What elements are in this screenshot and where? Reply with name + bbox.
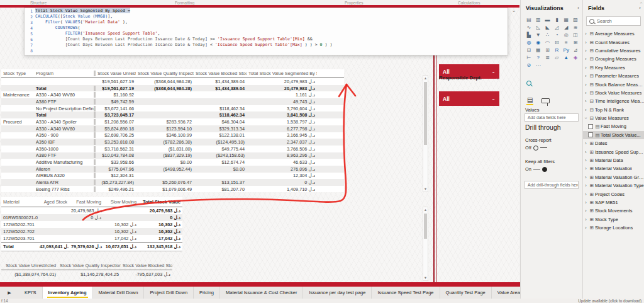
- visual-more-options-icon[interactable]: ⋯: [534, 62, 543, 69]
- table-row[interactable]: ($1,389,074,764.01)$1,146,278,404.25-795…: [1, 270, 172, 278]
- table-row[interactable]: Total$3,723,045.17$118,462.343,841,508 د…: [1, 111, 344, 118]
- expand-chevron-icon[interactable]: ›: [583, 150, 589, 154]
- collapse-pane-icon[interactable]: ›: [577, 5, 579, 11]
- lower-scrollbar[interactable]: ▲▼: [423, 207, 428, 281]
- table-row[interactable]: Aileron$775,047.96($498,952.44)$0.00276,…: [1, 166, 344, 173]
- page-tab-issuance-per-day-test-page[interactable]: Issuance per day test page: [303, 287, 372, 299]
- table-header-row[interactable]: Stock TypeProgramStock Value Unrestricte…: [1, 69, 344, 78]
- formula-line[interactable]: 5 FILTER('Issuance Speed Support Table',: [25, 31, 508, 37]
- visual-pie-chart-icon[interactable]: ◔: [552, 31, 561, 38]
- drill-through-field-well[interactable]: Add drill-through fields here: [525, 181, 579, 189]
- table-row[interactable]: A350 - 900$2,698,706.25$346,100.99$122,1…: [1, 132, 344, 139]
- collapse-ribbon-icon[interactable]: ›: [638, 2, 643, 3]
- visual-card-icon[interactable]: ⊡: [552, 39, 561, 46]
- field-item-grouping-measures[interactable]: ›⊟Grouping Measures: [583, 55, 644, 63]
- dax-formula-editor[interactable]: 1Total Stock Value Segmented By Speed =2…: [24, 8, 508, 55]
- field-item-project-codes[interactable]: ›⊞Project Codes: [583, 190, 644, 198]
- expand-chevron-icon[interactable]: ›: [583, 158, 589, 163]
- visual-map-icon[interactable]: ◍: [525, 39, 533, 46]
- update-available-link[interactable]: Update available (click to download): [578, 299, 641, 303]
- visual-matrix-icon[interactable]: ⊞: [543, 47, 552, 54]
- expand-chevron-icon[interactable]: ›: [583, 209, 589, 213]
- page-tab-quantity-test-page[interactable]: Quantity Test Page: [440, 287, 492, 299]
- formula-line[interactable]: 3 Filter( VALUES('Material Data' ),: [25, 20, 508, 25]
- field-item-parameter-measures[interactable]: ›⊟Parameter Measures: [583, 72, 644, 80]
- formula-line[interactable]: 4 COUNTROWS(: [25, 25, 508, 31]
- expand-chevron-icon[interactable]: ›: [583, 49, 589, 53]
- expand-chevron-icon[interactable]: ›: [583, 217, 589, 222]
- field-item-stock-type[interactable]: ›⊞Stock Type: [583, 215, 644, 224]
- expand-chevron-icon[interactable]: ›: [583, 192, 589, 197]
- table-row[interactable]: 172W5203-70117,042 د.ل17,042 د.ل: [1, 235, 182, 242]
- formula-line[interactable]: 6 [Count Days Between Last Production Is…: [25, 37, 508, 42]
- visual-stacked-bar-chart-icon[interactable]: ▤: [525, 16, 533, 23]
- fields-tab-icon[interactable]: ▤: [527, 96, 533, 103]
- visual-decomposition-tree-icon[interactable]: ⊢: [525, 54, 533, 61]
- cross-report-toggle[interactable]: Off: [525, 145, 547, 151]
- visual-arcgis-map-icon[interactable]: ▲: [562, 54, 570, 61]
- expand-chevron-icon[interactable]: ›: [583, 226, 589, 230]
- expand-chevron-icon[interactable]: ›: [583, 31, 589, 36]
- visual-q-and-a-icon[interactable]: ?: [534, 54, 543, 61]
- field-item-material-data[interactable]: ›⊞Material Data: [583, 156, 644, 164]
- table-header-row[interactable]: MaterialAged StockFast MovingSlow Moving…: [1, 197, 182, 207]
- expand-chevron-icon[interactable]: ›: [583, 141, 589, 146]
- visual-waterfall-chart-icon[interactable]: ▙: [525, 31, 533, 38]
- responsible-dept-slicer-header[interactable]: Responsible Dept.⌄: [439, 73, 499, 83]
- visual-stacked-column-chart-icon[interactable]: ▥: [534, 16, 543, 23]
- visual-metrics-icon[interactable]: ◈: [571, 54, 580, 61]
- page-tab-material-drill-down[interactable]: Material Drill Down: [93, 287, 145, 299]
- formula-line[interactable]: 8: [25, 48, 508, 54]
- table-row[interactable]: Total$19,561,627.19($368,644,984.28)$1,4…: [1, 85, 344, 92]
- field-checkbox[interactable]: [588, 132, 593, 137]
- visual-smart-narrative-icon[interactable]: ≣: [543, 54, 552, 61]
- expand-chevron-icon[interactable]: ›: [583, 200, 589, 205]
- table-row[interactable]: Alenia ATR($5,273,227.84)$5,260,076.47$1…: [1, 179, 344, 186]
- visual-kpi-icon[interactable]: ⊞: [571, 39, 580, 46]
- visual-100-stacked-bar-chart-icon[interactable]: ▦: [562, 16, 570, 23]
- field-item-storage-locations[interactable]: ›⊞Storage Locations: [583, 224, 644, 232]
- visual-line-chart-icon[interactable]: ∿: [525, 24, 533, 31]
- formula-bar-collapse-icon[interactable]: ⌄: [509, 7, 518, 14]
- table-row[interactable]: $19,561,627.19($368,644,984.28)$1,434,38…: [1, 78, 344, 85]
- table-row[interactable]: A350-1000$3,718,562.31($1,831.80)$49,775…: [1, 146, 344, 152]
- table-row[interactable]: 01RW5300021-010 د.ل0 د.ل: [1, 214, 182, 221]
- visual-gauge-icon[interactable]: ◠: [543, 39, 552, 46]
- field-item-time-inteligence-meas[interactable]: ›⊟Time Inteligence Meas...: [583, 97, 644, 105]
- visual-python-visual-icon[interactable]: Py: [562, 47, 570, 54]
- table-row[interactable]: ProcuredA330 - A340 Spoiler$1,208,556.07…: [1, 118, 344, 125]
- field-item-material-valuation-type[interactable]: ›⊞Material Valuation Type: [583, 181, 644, 190]
- field-item-issuance-speed-suppor[interactable]: ›⊞Issuance Speed Suppor...: [583, 147, 644, 156]
- visual-line-and-clustered-column-chart-icon[interactable]: ◢: [562, 24, 570, 31]
- expand-chevron-icon[interactable]: ›: [583, 175, 589, 180]
- table-header-row[interactable]: Stock Value UnrestrictedStock Value Qual…: [1, 261, 172, 270]
- field-item-stock-movements[interactable]: ›⊞Stock Movements: [583, 207, 644, 215]
- table-row[interactable]: AIRBUS A320$12,304.3112,304 د.ل: [1, 173, 344, 180]
- table-row[interactable]: A380 FTF$10,043,784.08($837,329.19)($243…: [1, 152, 344, 159]
- values-field-well[interactable]: Add data fields here: [525, 113, 579, 122]
- formula-line[interactable]: 7 [Count Days Between Last Production Is…: [25, 42, 508, 48]
- keep-all-filters-toggle[interactable]: On: [525, 166, 547, 172]
- table-total-row[interactable]: Total42,093,641 د.ل79,579,626 د.ل10,672,…: [1, 242, 182, 251]
- page-tab-project-drill-down[interactable]: Project Drill Down: [144, 287, 194, 299]
- page-tab-material-issuance-cost-checker[interactable]: Material Issuance & Cost Checker: [220, 287, 303, 299]
- stock-by-program-table[interactable]: Stock TypeProgramStock Value Unrestricte…: [1, 69, 344, 192]
- visual-area-chart-icon[interactable]: ◺: [534, 24, 543, 31]
- table-row[interactable]: No Project Description Defined$3,672,141…: [1, 105, 344, 112]
- expand-chevron-icon[interactable]: ›: [583, 108, 589, 112]
- table-row[interactable]: 172W5202-70116,302 د.ل16,302 د.ل: [1, 221, 182, 228]
- field-item-stock-balance-measures[interactable]: ›⊟Stock Balance Measures: [583, 80, 644, 88]
- visual-r-script-visual-icon[interactable]: R: [552, 47, 561, 54]
- field-item-material-valuation[interactable]: ›⊞Material Valuation: [583, 164, 644, 173]
- visual-funnel-chart-icon[interactable]: ▼: [534, 31, 543, 38]
- table-row[interactable]: Additive Manufacturing$33,958.66$0.00$12…: [1, 159, 344, 166]
- expand-chevron-icon[interactable]: ›: [583, 166, 589, 171]
- visual-table-icon[interactable]: ▦: [534, 47, 543, 54]
- slicer-dropdown-2[interactable]: All⌄: [439, 91, 499, 106]
- expand-chevron-icon[interactable]: ›: [583, 99, 589, 103]
- field-item-dates[interactable]: ›⊞Dates: [583, 139, 644, 147]
- expand-chevron-icon[interactable]: ›: [583, 83, 589, 87]
- field-item-sap-mb51[interactable]: ›⊞SAP MB51: [583, 198, 644, 207]
- visual-stacked-area-chart-icon[interactable]: ◣: [543, 24, 552, 31]
- field-item-total-stock-value[interactable]: ▤Total Stock Value...: [583, 131, 644, 139]
